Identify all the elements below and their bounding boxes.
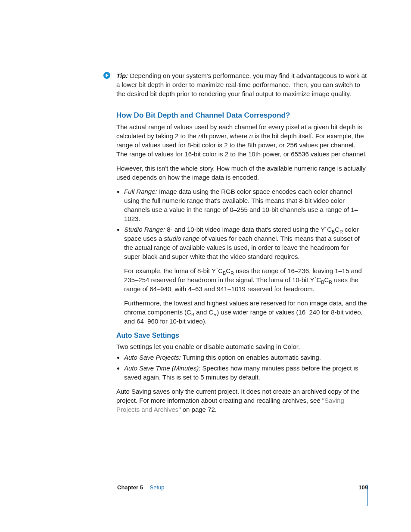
term-auto-save-projects: Auto Save Projects: bbox=[124, 354, 181, 361]
auto-save-closing: Auto Saving saves only the current proje… bbox=[116, 387, 368, 414]
footer-left: Chapter 5 Setup bbox=[117, 484, 165, 492]
tip-label: Tip: bbox=[116, 72, 128, 79]
tip-callout: Tip: Depending on your system's performa… bbox=[106, 71, 368, 98]
footer-rule bbox=[367, 485, 368, 506]
list-item: Studio Range: 8- and 10-bit video image … bbox=[124, 225, 368, 261]
auto-save-list: Auto Save Projects: Turning this option … bbox=[116, 353, 368, 382]
tip-paragraph: Tip: Depending on your system's performa… bbox=[116, 71, 368, 98]
list-item: Auto Save Projects: Turning this option … bbox=[124, 353, 368, 362]
bit-depth-paragraph-2: However, this isn't the whole story. How… bbox=[116, 164, 368, 182]
page-footer: Chapter 5 Setup 109 bbox=[117, 484, 368, 492]
heading-bit-depth: How Do Bit Depth and Channel Data Corres… bbox=[116, 110, 368, 121]
furthermore-paragraph: Furthermore, the lowest and highest valu… bbox=[124, 299, 368, 326]
list-item: Auto Save Time (Minutes): Specifies how … bbox=[124, 364, 368, 382]
term-studio-range: Studio Range: bbox=[124, 226, 165, 233]
auto-save-intro: Two settings let you enable or disable a… bbox=[116, 342, 368, 351]
range-list: Full Range: Image data using the RGB col… bbox=[116, 187, 368, 261]
heading-auto-save: Auto Save Settings bbox=[116, 331, 368, 340]
example-paragraph: For example, the luma of 8-bit Y´CBCR us… bbox=[124, 266, 368, 293]
bit-depth-paragraph-1: The actual range of values used by each … bbox=[116, 122, 368, 159]
term-auto-save-time: Auto Save Time (Minutes): bbox=[124, 364, 200, 372]
document-page: Tip: Depending on your system's performa… bbox=[0, 0, 411, 532]
tip-icon bbox=[103, 72, 111, 79]
footer-page-number: 109 bbox=[358, 484, 368, 492]
footer-chapter: Chapter 5 bbox=[117, 484, 143, 491]
tip-body: Depending on your system's performance, … bbox=[116, 72, 367, 97]
footer-title: Setup bbox=[150, 484, 165, 491]
term-full-range: Full Range: bbox=[124, 188, 157, 195]
list-item: Full Range: Image data using the RGB col… bbox=[124, 187, 368, 223]
